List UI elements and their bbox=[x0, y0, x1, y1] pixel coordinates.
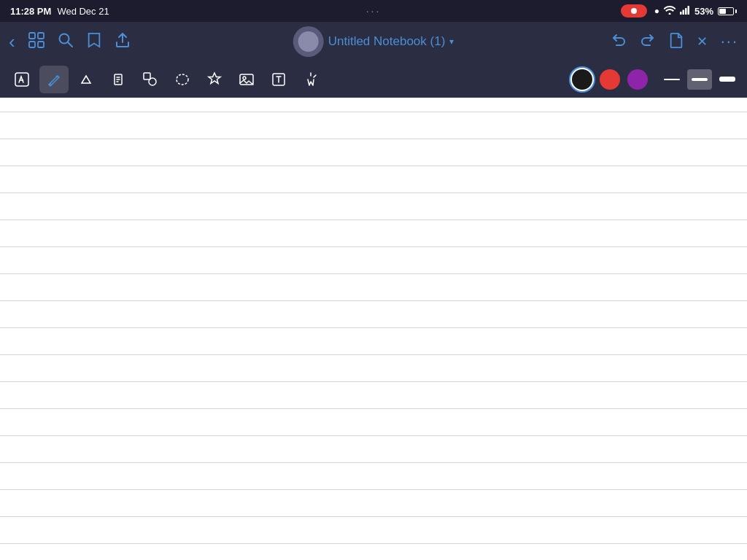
title-dropdown-arrow[interactable]: ▾ bbox=[449, 36, 454, 47]
location-dot: ● bbox=[654, 6, 659, 16]
svg-point-17 bbox=[177, 74, 188, 85]
status-bar: 11:28 PM Wed Dec 21 ··· ● 53% bbox=[0, 0, 747, 22]
color-purple[interactable] bbox=[627, 69, 648, 90]
svg-line-9 bbox=[68, 42, 72, 47]
page-button[interactable] bbox=[669, 32, 684, 51]
medium-line bbox=[692, 78, 708, 81]
nav-center: Untitled Notebook (1) ▾ bbox=[293, 26, 454, 57]
more-button[interactable]: ··· bbox=[721, 34, 738, 50]
recording-indicator bbox=[621, 4, 647, 18]
stroke-medium[interactable] bbox=[687, 69, 712, 90]
status-date: Wed Dec 21 bbox=[57, 6, 109, 17]
stroke-thin[interactable] bbox=[659, 69, 684, 90]
nav-bar: ‹ bbox=[0, 22, 747, 61]
notebook-lines bbox=[0, 98, 747, 560]
grid-button[interactable] bbox=[28, 32, 44, 51]
signal-icon bbox=[680, 6, 690, 16]
toolbar bbox=[0, 61, 747, 98]
pen-tool[interactable] bbox=[39, 66, 69, 93]
battery-icon bbox=[718, 7, 737, 15]
status-right: ● 53% bbox=[621, 4, 737, 18]
notebook-title[interactable]: Untitled Notebook (1) bbox=[328, 34, 446, 49]
effects-tool[interactable] bbox=[296, 66, 325, 93]
status-time: 11:28 PM bbox=[10, 6, 51, 17]
svg-line-22 bbox=[314, 75, 316, 77]
color-black[interactable] bbox=[572, 69, 592, 90]
canvas-area[interactable] bbox=[0, 98, 747, 560]
svg-rect-4 bbox=[29, 33, 35, 39]
svg-rect-0 bbox=[680, 12, 682, 15]
circle-inner bbox=[298, 31, 319, 52]
battery-pct: 53% bbox=[694, 6, 713, 17]
wifi-icon bbox=[664, 6, 676, 17]
svg-rect-6 bbox=[29, 42, 35, 47]
svg-rect-3 bbox=[687, 6, 689, 15]
svg-rect-16 bbox=[144, 73, 150, 79]
svg-point-19 bbox=[243, 77, 246, 79]
share-button[interactable] bbox=[115, 32, 131, 51]
image-tool[interactable] bbox=[232, 66, 261, 93]
thick-line bbox=[719, 77, 735, 82]
thin-line bbox=[664, 79, 680, 80]
lasso-tool[interactable] bbox=[168, 66, 197, 93]
header-dots: ··· bbox=[366, 5, 382, 17]
smart-pen-tool[interactable] bbox=[7, 66, 36, 93]
svg-rect-5 bbox=[38, 33, 44, 39]
svg-rect-7 bbox=[38, 42, 44, 47]
svg-rect-2 bbox=[685, 8, 687, 15]
status-left: 11:28 PM Wed Dec 21 bbox=[10, 6, 109, 17]
color-red[interactable] bbox=[600, 69, 620, 90]
back-button[interactable]: ‹ bbox=[9, 32, 15, 51]
bookmark-button[interactable] bbox=[87, 32, 101, 51]
close-button[interactable]: ✕ bbox=[697, 35, 708, 48]
favorites-tool[interactable] bbox=[200, 66, 229, 93]
eraser-tool[interactable] bbox=[71, 66, 101, 93]
search-button[interactable] bbox=[58, 32, 74, 51]
rec-dot bbox=[631, 8, 637, 14]
redo-button[interactable] bbox=[640, 32, 656, 51]
undo-button[interactable] bbox=[611, 32, 627, 51]
home-button[interactable] bbox=[293, 26, 324, 57]
shapes-tool[interactable] bbox=[136, 66, 165, 93]
text-tool[interactable] bbox=[264, 66, 293, 93]
highlighter-tool[interactable] bbox=[104, 66, 133, 93]
stroke-sizes bbox=[659, 69, 740, 90]
stroke-thick[interactable] bbox=[715, 69, 740, 90]
svg-rect-1 bbox=[682, 10, 684, 15]
